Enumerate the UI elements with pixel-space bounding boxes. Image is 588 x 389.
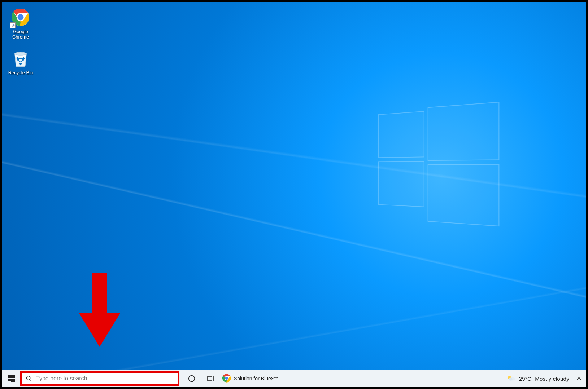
desktop[interactable]: ↗ Google Chrome Recycle Bin	[2, 2, 586, 370]
task-view-icon	[205, 375, 214, 382]
svg-rect-7	[8, 379, 11, 381]
taskbar: Solution for BlueSta... 29°C Mostly clou…	[2, 370, 586, 387]
search-icon	[22, 373, 36, 384]
svg-point-3	[15, 52, 27, 55]
weather-widget[interactable]: 29°C Mostly cloudy	[502, 370, 574, 387]
svg-rect-5	[8, 375, 11, 378]
svg-rect-6	[11, 375, 15, 378]
svg-rect-8	[11, 379, 15, 382]
search-input[interactable]	[36, 373, 178, 384]
windows-logo-wallpaper	[378, 106, 500, 230]
weather-icon	[507, 375, 515, 383]
cortana-button[interactable]	[183, 370, 201, 387]
desktop-icon-label: Recycle Bin	[4, 70, 37, 75]
recycle-bin-icon	[10, 48, 31, 68]
desktop-icon-google-chrome[interactable]: ↗ Google Chrome	[4, 7, 37, 40]
chevron-up-icon	[576, 376, 582, 381]
search-box[interactable]	[20, 371, 179, 386]
start-button[interactable]	[2, 370, 20, 387]
cortana-circle-icon	[188, 375, 196, 383]
svg-point-11	[189, 376, 195, 382]
taskbar-app-chrome[interactable]: Solution for BlueSta...	[219, 370, 286, 387]
tray-overflow-button[interactable]	[574, 370, 584, 387]
shortcut-arrow-icon: ↗	[10, 22, 16, 28]
taskbar-app-label: Solution for BlueSta...	[234, 376, 283, 381]
weather-condition: Mostly cloudy	[535, 376, 569, 382]
svg-rect-13	[208, 376, 212, 381]
svg-line-10	[30, 379, 31, 381]
svg-point-20	[509, 378, 513, 381]
windows-logo-icon	[8, 375, 15, 382]
task-view-button[interactable]	[201, 370, 219, 387]
chrome-icon	[222, 374, 231, 384]
desktop-icon-label: Google Chrome	[4, 29, 37, 40]
svg-point-17	[225, 376, 228, 379]
annotation-arrow-icon	[78, 273, 121, 349]
svg-point-9	[26, 376, 30, 380]
chrome-icon: ↗	[10, 7, 31, 27]
weather-temp: 29°C	[519, 376, 532, 382]
desktop-icon-recycle-bin[interactable]: Recycle Bin	[4, 48, 37, 75]
svg-point-2	[18, 14, 24, 21]
